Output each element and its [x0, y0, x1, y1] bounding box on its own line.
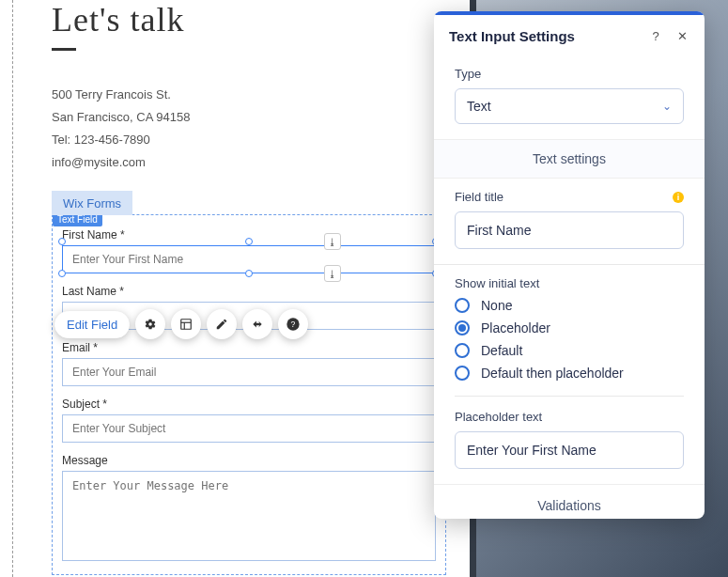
download-icon[interactable]: ⭳ [324, 265, 341, 282]
text-settings-header[interactable]: Text settings [434, 139, 705, 179]
radio-icon [455, 343, 470, 358]
resize-handle[interactable] [58, 270, 66, 277]
radio-placeholder[interactable]: Placeholder [455, 320, 684, 335]
panel-title: Text Input Settings [449, 28, 637, 44]
radio-label: Default then placeholder [481, 366, 624, 381]
radio-icon [455, 366, 470, 381]
design-icon[interactable] [207, 309, 237, 339]
initial-text-section: Show initial text None Placeholder Defau… [434, 264, 705, 484]
selected-field-firstname[interactable]: First Name * ⭳ ⭳ [62, 228, 436, 273]
type-value: Text [467, 99, 491, 114]
canvas-guide-left [12, 0, 13, 577]
radio-default-then-placeholder[interactable]: Default then placeholder [455, 366, 684, 381]
title-underline [52, 47, 76, 51]
resize-handle[interactable] [245, 238, 253, 245]
svg-text:?: ? [291, 320, 296, 330]
edit-field-button[interactable]: Edit Field [54, 311, 130, 338]
panel-header: Text Input Settings ? ✕ [434, 15, 705, 55]
divider [455, 396, 684, 397]
radio-default[interactable]: Default [455, 343, 684, 358]
type-section: Type Text ⌄ [434, 55, 705, 139]
placeholder-text-input[interactable] [455, 431, 684, 469]
wix-forms-label[interactable]: Wix Forms [52, 191, 132, 215]
resize-handle[interactable] [245, 270, 253, 277]
help-icon[interactable]: ? [278, 309, 308, 339]
field-label: Subject * [62, 398, 436, 411]
show-initial-label: Show initial text [455, 276, 684, 290]
page-title: Let's talk [52, 0, 446, 39]
type-label: Type [455, 67, 684, 81]
message-textarea[interactable] [62, 471, 436, 561]
warning-icon[interactable]: i [673, 192, 684, 203]
radio-label: Default [481, 343, 522, 358]
radio-icon [455, 298, 470, 313]
form-container[interactable]: Text Field First Name * ⭳ ⭳ Last Name * … [52, 214, 446, 575]
settings-icon[interactable] [135, 309, 165, 339]
placeholder-text-label: Placeholder text [455, 410, 684, 424]
field-title-label: Field title i [455, 190, 684, 204]
contact-info: 500 Terry Francois St. San Francisco, CA… [52, 84, 446, 174]
contact-address-2: San Francisco, CA 94158 [52, 106, 446, 129]
resize-handle[interactable] [58, 238, 66, 245]
field-title-section: Field title i [434, 179, 705, 264]
radio-icon [455, 320, 470, 335]
field-label: Last Name * [62, 285, 436, 298]
download-icon[interactable]: ⭳ [324, 233, 341, 250]
radio-none[interactable]: None [455, 298, 684, 313]
help-icon[interactable]: ? [648, 29, 663, 44]
field-label: Email * [62, 341, 436, 354]
contact-email: info@mysite.com [52, 151, 446, 174]
contact-tel: Tel: 123-456-7890 [52, 129, 446, 151]
close-icon[interactable]: ✕ [674, 29, 689, 44]
validations-header[interactable]: Validations [434, 484, 705, 519]
layout-icon[interactable] [171, 309, 201, 339]
svg-rect-0 [181, 320, 192, 330]
page-content: Let's talk 500 Terry Francois St. San Fr… [52, 0, 446, 575]
radio-label: Placeholder [481, 320, 550, 335]
field-label: Message [62, 454, 436, 467]
animation-icon[interactable] [242, 309, 272, 339]
chevron-down-icon: ⌄ [662, 100, 672, 113]
field-title-input[interactable] [455, 211, 684, 249]
subject-input[interactable] [62, 414, 436, 443]
text-input-settings-panel: Text Input Settings ? ✕ Type Text ⌄ Text… [434, 11, 705, 519]
contact-address-1: 500 Terry Francois St. [52, 84, 446, 106]
radio-label: None [481, 298, 512, 313]
type-dropdown[interactable]: Text ⌄ [455, 88, 684, 124]
email-input[interactable] [62, 358, 436, 386]
field-toolbar: Edit Field ? [54, 309, 308, 339]
